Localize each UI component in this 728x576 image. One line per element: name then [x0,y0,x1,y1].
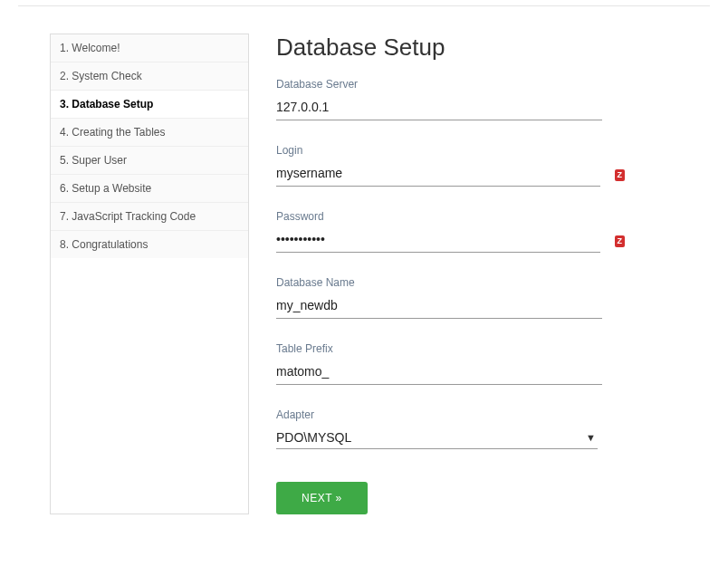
field-table-prefix: Table Prefix [276,342,665,385]
password-manager-badge[interactable]: Z [615,235,626,247]
sidebar-item-creating-tables[interactable]: 4. Creating the Tables [51,119,248,147]
field-label: Database Name [276,276,665,289]
login-input[interactable] [276,164,600,182]
sidebar-item-label: 6. Setup a Website [60,182,151,195]
sidebar-item-welcome[interactable]: 1. Welcome! [51,34,248,62]
password-input[interactable] [276,230,600,248]
sidebar-item-setup-website[interactable]: 6. Setup a Website [51,175,248,203]
sidebar-item-label: 8. Congratulations [60,238,148,251]
database-server-input[interactable] [276,98,602,116]
field-password: Password Z [276,210,665,253]
sidebar-item-label: 2. System Check [60,70,142,82]
sidebar-item-label: 7. JavaScript Tracking Code [60,210,196,223]
next-button[interactable]: NEXT » [276,482,368,514]
field-label: Database Server [276,78,665,91]
adapter-select[interactable]: PDO\MYSQL [276,428,598,446]
sidebar-item-label: 5. Super User [60,154,127,167]
sidebar-item-label: 4. Creating the Tables [60,126,166,139]
field-login: Login Z [276,144,665,187]
sidebar-item-label: 1. Welcome! [60,42,120,54]
field-label: Adapter [276,408,665,421]
content-container: 1. Welcome! 2. System Check 3. Database … [0,6,728,514]
field-database-server: Database Server [276,78,665,120]
field-label: Password [276,210,665,223]
field-label: Table Prefix [276,342,665,355]
field-adapter: Adapter PDO\MYSQL ▼ [276,408,665,449]
sidebar-item-super-user[interactable]: 5. Super User [51,147,248,175]
sidebar-item-system-check[interactable]: 2. System Check [51,62,248,91]
field-database-name: Database Name [276,276,665,319]
main-panel: Database Setup Database Server Login Z P… [276,34,701,514]
page-title: Database Setup [276,34,665,62]
sidebar-item-database-setup[interactable]: 3. Database Setup [51,91,248,119]
sidebar-item-tracking-code[interactable]: 7. JavaScript Tracking Code [51,203,248,231]
table-prefix-input[interactable] [276,362,602,380]
sidebar-item-congratulations[interactable]: 8. Congratulations [51,231,248,258]
wizard-steps-sidebar: 1. Welcome! 2. System Check 3. Database … [50,34,249,514]
field-label: Login [276,144,665,157]
database-name-input[interactable] [276,296,602,314]
sidebar-item-label: 3. Database Setup [60,98,153,110]
password-manager-badge[interactable]: Z [615,169,626,181]
